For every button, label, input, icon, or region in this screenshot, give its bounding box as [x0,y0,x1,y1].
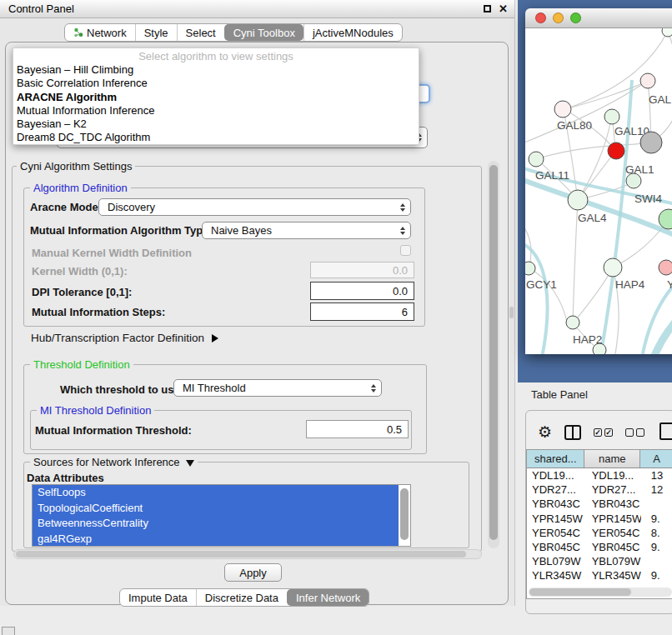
network-node-gal[interactable] [640,73,655,88]
settings-gear-icon[interactable]: ⚙ [538,422,552,442]
list-scrollbar-thumb[interactable] [400,488,409,540]
dropdown-item-dream8-dc-tdc-algorithm[interactable]: Dream8 DC_TDC Algorithm [13,131,419,144]
mi-type-combobox[interactable]: Naive Bayes [202,222,411,239]
table-cell: YBL079W [585,554,641,568]
network-window[interactable]: GALGAL80GAL10GAL11SWI4GAL4GCY1HAP4YHAP2G… [525,8,672,354]
settings-scrollbar[interactable] [488,161,499,548]
dropdown-item-bayesian-k2[interactable]: Bayesian – K2 [13,118,419,131]
network-edge[interactable] [653,31,672,142]
attribute-item-gal4rgexp[interactable]: gal4RGexp [33,532,399,547]
dpi-tolerance-value: 0.0 [393,285,408,298]
network-node[interactable] [662,28,672,37]
network-node-gal11[interactable] [529,152,544,167]
split-columns-icon[interactable] [564,425,581,440]
mi-steps-field[interactable]: 6 [310,302,414,321]
cyni-settings-group-title: Cyni Algorithm Settings [17,160,135,172]
float-window-icon[interactable] [484,5,491,12]
network-node[interactable] [659,209,672,229]
column-header-a[interactable]: A [640,450,672,468]
network-window-titlebar[interactable] [525,8,672,28]
screen: Control Panel ✕ NetworkStyleSelectCyni T… [0,0,672,635]
network-node-label: SWI4 [634,192,662,205]
column-header-name[interactable]: name [584,450,640,468]
select-all-columns-icon[interactable]: ✓ ✓ [594,428,613,437]
network-node-gal10[interactable] [604,109,619,124]
table-cell: 8. [641,526,672,540]
network-node-label: GAL80 [557,119,592,132]
tab-select[interactable]: Select [177,24,224,41]
network-node-hap4[interactable] [604,258,622,277]
apply-button[interactable]: Apply [224,563,282,582]
table-row[interactable]: YBR043CYBR043C [527,497,672,511]
sources-title-label: Sources for Network Inference [33,456,180,468]
sources-group-title[interactable]: Sources for Network Inference [30,456,198,468]
attribute-item-betweennesscentrality[interactable]: BetweennessCentrality [33,516,399,532]
network-canvas[interactable]: GALGAL80GAL10GAL11SWI4GAL4GCY1HAP4YHAP2G… [525,28,672,354]
network-node-gal80[interactable] [554,101,571,118]
minimize-traffic-light[interactable] [553,12,564,23]
network-node[interactable] [640,132,662,153]
tab-impute-data[interactable]: Impute Data [120,589,196,606]
network-edge[interactable] [614,219,669,267]
zoom-traffic-light[interactable] [570,12,581,23]
tab-style[interactable]: Style [135,24,177,41]
network-edge-highlighted[interactable] [525,242,548,354]
table-hscrollbar[interactable] [529,588,672,597]
attribute-item-topologicalcoefficient[interactable]: TopologicalCoefficient [33,501,399,517]
splitter-handle[interactable] [509,307,514,318]
tab-network[interactable]: Network [65,24,135,41]
dropdown-item-mutual-information-inference[interactable]: Mutual Information Inference [13,104,419,118]
hub-definition-expander[interactable]: Hub/Transcription Factor Definition [31,332,218,344]
deselect-all-columns-icon[interactable] [625,428,644,437]
control-panel-titlebar[interactable]: Control Panel ✕ [0,0,514,18]
mi-steps-value: 6 [402,306,408,318]
attribute-item-selfloops[interactable]: SelfLoops [33,485,399,501]
new-column-page-icon[interactable] [659,422,672,440]
manual-kernel-checkbox[interactable] [400,245,411,256]
table-row[interactable]: YER054CYER054C8. [527,526,672,540]
column-header-shared-[interactable]: shared... [527,450,584,468]
close-traffic-light[interactable] [535,12,546,23]
aracne-mode-combobox[interactable]: Discovery [98,198,411,216]
dropdown-item-basic-correlation-inference[interactable]: Basic Correlation Inference [13,77,419,90]
table-cell: YBL079W [527,554,585,568]
network-edge-highlighted[interactable] [654,300,672,354]
network-node-y[interactable] [659,260,672,275]
table-row[interactable]: YDL19...YDL19...13 [527,468,672,482]
network-edge[interactable] [536,143,650,159]
tab-jactivemnodules[interactable]: jActiveMNodules [303,24,402,41]
control-panel-tab-bar: NetworkStyleSelectCyni ToolboxjActiveMNo… [64,23,403,42]
table-hscrollbar-thumb[interactable] [529,588,631,596]
table-cell: YBR043C [527,497,585,511]
dropdown-item-aracne-algorithm[interactable]: ARACNE Algorithm [13,91,419,104]
kernel-width-field[interactable]: 0.0 [310,262,414,278]
corner-widget[interactable] [2,627,15,635]
checked-box-icon: ✓ [594,428,602,437]
network-node-hap2[interactable] [566,316,579,329]
which-threshold-combobox[interactable]: MI Threshold [173,379,382,397]
network-node[interactable] [593,343,606,354]
tab-cyni-toolbox[interactable]: Cyni Toolbox [224,24,303,41]
network-node-gal4[interactable] [568,190,588,210]
horizontal-scrollbar[interactable] [13,549,482,559]
horizontal-scrollbar-thumb[interactable] [16,551,466,558]
table-row[interactable]: YDR27...YDR27...12 [527,482,672,497]
network-node-gcy1[interactable] [525,262,535,275]
table-row[interactable]: YBL079WYBL079W [527,554,672,568]
network-node[interactable] [608,142,624,159]
settings-scrollbar-thumb[interactable] [489,165,498,540]
dropdown-item-bayesian-hill-climbing[interactable]: Bayesian – Hill Climbing [13,63,419,77]
mi-threshold-field[interactable]: 0.5 [306,420,409,438]
table-cell: YDR27... [585,482,641,497]
tab-infer-network[interactable]: Infer Network [287,589,369,606]
kernel-width-label: Kernel Width (0,1): [32,265,128,278]
table-row[interactable]: YIL052CYIL052C9. [527,583,672,587]
tab-discretize-data[interactable]: Discretize Data [196,589,287,606]
close-icon[interactable]: ✕ [499,2,508,15]
network-node-label: GAL [649,93,672,106]
table-row[interactable]: YBR045CYBR045C9. [527,540,672,554]
table-row[interactable]: YLR345WYLR345W9. [527,568,672,582]
dpi-tolerance-field[interactable]: 0.0 [310,282,414,300]
table-row[interactable]: YPR145WYPR145W9. [527,512,672,526]
data-attributes-list[interactable]: SelfLoopsTopologicalCoefficientBetweenne… [32,484,411,547]
